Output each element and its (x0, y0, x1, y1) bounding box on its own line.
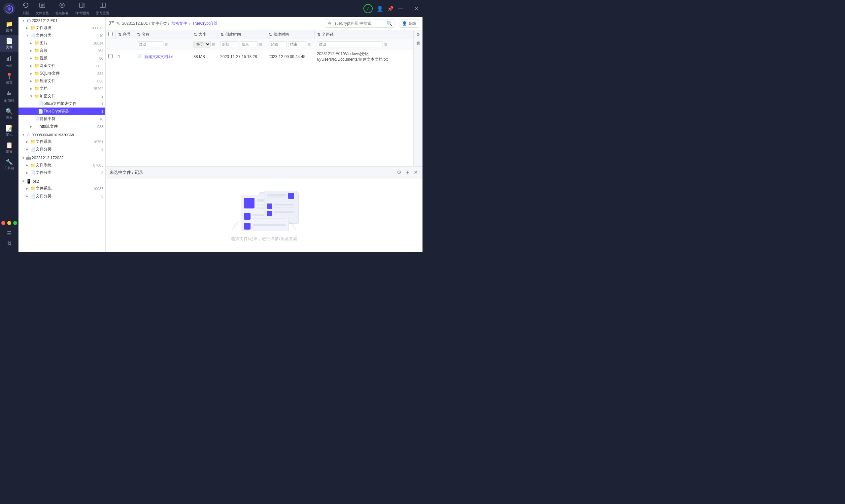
illus-sq-bot (267, 211, 272, 216)
user-icon[interactable]: 👤 (376, 6, 383, 12)
tree-node-enc[interactable]: ▼ 📁 加密文件 2 (18, 92, 105, 100)
sidebar-item-search[interactable]: 🔍 搜索 (0, 106, 18, 123)
tree-node-fs3[interactable]: ▶ 📁 文件系统 87605 (18, 161, 105, 169)
sidebar-item-notes[interactable]: 📝 笔记 (0, 123, 18, 140)
refresh-button[interactable]: 刷新 (22, 2, 29, 16)
e03-label: 20231213 172032 (32, 156, 103, 160)
fc1-label: 文件分类 (36, 33, 98, 38)
filter-modified-icon[interactable]: ⊟ (307, 42, 311, 47)
refresh-icon (22, 2, 29, 10)
tree-node-special[interactable]: ▶ 📄 特征不符 16 (18, 115, 105, 123)
preview-location-button[interactable]: 预览位置 (96, 2, 109, 16)
sidebar-item-cases[interactable]: 📁 案件 (0, 18, 18, 35)
search-button[interactable]: 🔍 (385, 21, 394, 26)
minimize-icon[interactable]: — (398, 6, 403, 12)
row-checkbox[interactable] (108, 54, 112, 58)
filter-size-icon[interactable]: ⊟ (212, 42, 215, 47)
tree-node-zip[interactable]: ▶ 📁 压缩文件 858 (18, 77, 105, 85)
tree-node-video[interactable]: ▶ 📁 视频 80 (18, 54, 105, 62)
e02-label: 00008030-001619320C68... (32, 133, 103, 137)
illus-leaf-right (284, 219, 297, 232)
th-seq[interactable]: ⇅ 序号 (116, 30, 134, 39)
chevron-audio: ▶ (30, 49, 34, 52)
preview-settings-button[interactable]: ⚙ (396, 168, 402, 176)
chevron-office-enc: ▶ (34, 102, 38, 106)
tree-node-doc[interactable]: ▶ 📁 文档 25292 (18, 85, 105, 92)
tree-node-fs2[interactable]: ▶ 📁 文件系统 16751 (18, 138, 105, 145)
sign-restore-button[interactable]: 签名恢复 (55, 2, 69, 16)
sidebar-menu-item[interactable]: ☰ (1, 229, 17, 238)
th-path[interactable]: ⇅ 全路径 (314, 30, 413, 39)
show-all-button[interactable]: 文件全显 (36, 2, 49, 16)
notes-icon: 📝 (6, 125, 13, 131)
edit-icon[interactable]: ✎ (116, 21, 120, 26)
sidebar-item-files[interactable]: 📄 文件 (0, 35, 18, 52)
maximize-icon[interactable]: □ (407, 6, 410, 12)
search-input[interactable] (325, 20, 385, 26)
select-all-checkbox[interactable] (108, 32, 112, 36)
preview-columns-button[interactable]: ⊞ (405, 168, 410, 176)
tree-node-e03[interactable]: ▼ 🤖 20231213 172032 (18, 155, 105, 161)
advanced-button[interactable]: 👤 高级 (399, 19, 419, 28)
pin-icon[interactable]: 📌 (387, 6, 394, 12)
fs3-label: 文件系统 (36, 162, 92, 168)
filter-modified-end[interactable] (288, 41, 306, 47)
filter-name-input[interactable] (137, 41, 163, 47)
filter-name-icon[interactable]: ⊟ (165, 42, 168, 47)
table-row[interactable]: 1 📄 新建文本文档.txt 88 MB 2023-11-27 15:18:28… (106, 50, 413, 64)
close-icon[interactable]: ✕ (414, 6, 419, 12)
detail-preview-button[interactable]: 详情/预览 (75, 2, 89, 16)
tree-node-fc1[interactable]: ▼ 📄 文件分类 10 (18, 32, 105, 39)
breadcrumb-link-enc[interactable]: 加密文件 (171, 21, 187, 26)
min-dot[interactable] (7, 221, 11, 225)
th-modified[interactable]: ⇅ 修改时间 (266, 30, 314, 39)
breadcrumb-link-truecrypt[interactable]: TrueCrypt容器 (192, 21, 217, 26)
preview-close-button[interactable]: ✕ (413, 168, 419, 176)
sidebar-item-timeline[interactable]: 时间线 (0, 87, 18, 106)
tree-node-fc2[interactable]: ▶ 📄 文件分类 8 (18, 145, 105, 153)
sidebar-item-report[interactable]: 📋 报告 (0, 140, 18, 156)
filter-modified-start[interactable] (269, 41, 287, 47)
sidebar-item-files-label: 文件 (6, 45, 13, 50)
tree-node-sqlite[interactable]: ▶ 📁 SQLite文件 229 (18, 70, 105, 77)
sidebar-item-cases-label: 案件 (6, 28, 13, 33)
tree-node-fs4[interactable]: ▶ 📁 文件系统 10087 (18, 185, 105, 192)
file-name-link[interactable]: 新建文本文档.txt (144, 54, 173, 59)
close-dot[interactable] (1, 221, 5, 225)
max-dot[interactable] (13, 221, 17, 225)
filter-path-icon[interactable]: ⊟ (384, 42, 387, 47)
ntfs-count: 983 (98, 125, 103, 129)
sidebar-item-analysis[interactable]: 分析 (0, 52, 18, 71)
zip-label: 压缩文件 (40, 78, 96, 84)
tree-node-e04[interactable]: ▼ 📱 ios2 (18, 178, 105, 185)
sidebar-item-location[interactable]: 📍 位置 (0, 71, 18, 87)
filter-created-end[interactable] (240, 41, 258, 47)
sidebar-item-tools[interactable]: 🔧 工具箱 (0, 156, 18, 173)
chevron-fc4: ▶ (26, 194, 30, 198)
tree-node-web[interactable]: ▶ 📁 网页文件 1122 (18, 62, 105, 70)
tree-node-e01[interactable]: ▼ ⬡ 20231212.E01 (18, 17, 105, 24)
menu-icon: ☰ (7, 230, 12, 236)
tree-node-ntfs[interactable]: ▶ ntfs流文件 983 (18, 123, 105, 130)
chevron-img: ▶ (30, 41, 34, 45)
tree-node-e02[interactable]: ▼ ⬡ 00008030-001619320C68... (18, 132, 105, 138)
tree-node-img[interactable]: ▶ 📁 图片 18814 (18, 39, 105, 47)
filter-created-start[interactable] (220, 41, 238, 47)
th-created[interactable]: ⇅ 创建时间 (217, 30, 266, 39)
filter-size-op[interactable]: 等于 大于 小于 (193, 41, 211, 48)
settings-column[interactable]: ⚙ 设置列 (413, 30, 423, 166)
sidebar-item-tools-label: 工具箱 (4, 166, 14, 170)
tree-node-fs1[interactable]: ▶ 📁 文件系统 166873 (18, 24, 105, 32)
tree-node-fc3[interactable]: ▶ 📄 文件分类 8 (18, 169, 105, 177)
sidebar-expand-item[interactable]: ⇅ (1, 239, 17, 248)
tree-node-truecrypt[interactable]: ▶ 📄 TrueCrypt容器 1 (18, 108, 105, 115)
e04-icon: 📱 (26, 179, 32, 184)
tree-node-audio[interactable]: ▶ 📁 音频 264 (18, 47, 105, 54)
th-size[interactable]: ⇅ 大小 (191, 30, 217, 39)
toolbar-right: ✓ 👤 📌 — □ ✕ (364, 4, 419, 13)
tree-node-fc4[interactable]: ▶ 📄 文件分类 8 (18, 192, 105, 200)
filter-created-icon[interactable]: ⊟ (259, 42, 262, 47)
th-name[interactable]: ⇅ 名称 (134, 30, 191, 39)
filter-path-input[interactable] (317, 41, 383, 47)
tree-node-office-enc[interactable]: ▶ 📄 office文档加密文件 1 (18, 100, 105, 108)
